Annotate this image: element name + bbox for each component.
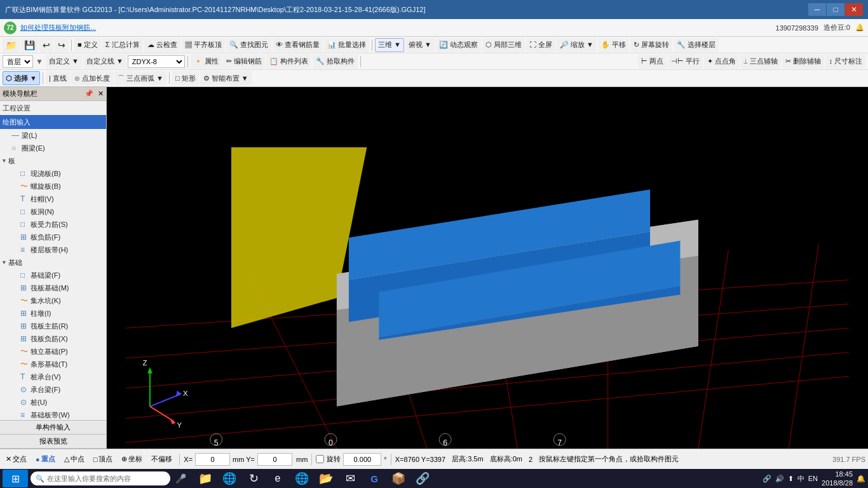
taskbar-app-explorer[interactable]: 📁 (194, 470, 217, 487)
taskbar-app-edge[interactable]: e (266, 470, 289, 487)
smart-layout-button[interactable]: ⚙ 智能布置 ▼ (200, 71, 252, 85)
component-list-button[interactable]: 📋 构件列表 (266, 55, 311, 69)
delete-axis-btn[interactable]: ✂ 删除辅轴 (782, 55, 824, 69)
tree-item-slab-rebar[interactable]: □ 板受力筋(S) (0, 218, 106, 231)
tree-item-slab-hole[interactable]: □ 板洞(N) (0, 205, 106, 218)
section-project-settings[interactable]: 工程设置 (0, 101, 106, 115)
batch-select-button[interactable]: 📊 批量选择 (324, 38, 369, 52)
three-point-axis-btn[interactable]: ⟂ 三点辅轴 (740, 55, 781, 69)
edit-rebar-button[interactable]: ✏ 编辑钢筋 (223, 55, 265, 69)
view-rebar-button[interactable]: 👁 查看钢筋量 (273, 38, 323, 52)
tree-item-col-cap[interactable]: T 柱帽(V) (0, 193, 106, 205)
tree-item-raft-main-rebar[interactable]: ⊞ 筏板主筋(R) (0, 320, 106, 332)
tree-item-slab-band[interactable]: ≡ 楼层板带(H) (0, 243, 106, 256)
3d-view-button[interactable]: 三维 ▼ (375, 38, 404, 52)
tree-item-isolated-foundation[interactable]: 〜 独立基础(P) (0, 345, 106, 358)
tree-item-pile[interactable]: ⊙ 桩(U) (0, 396, 106, 409)
parallel-btn[interactable]: ⊣⊢ 平行 (668, 55, 703, 69)
pan-button[interactable]: ✋ 平移 (598, 38, 629, 52)
mic-icon[interactable]: 🎤 (175, 473, 186, 484)
tree-item-sump[interactable]: 〜 集水坑(K) (0, 294, 106, 307)
arc-tool-button[interactable]: ⌒ 三点画弧 ▼ (114, 71, 166, 85)
taskbar-app-mail[interactable]: ✉ (339, 470, 362, 487)
tree-item-foundation-band[interactable]: ≡ 基础板带(W) (0, 409, 106, 420)
tree-item-raft-foundation[interactable]: ⊞ 筏板基础(M) (0, 281, 106, 294)
point-length-button[interactable]: ⊙ 点加长度 (71, 71, 113, 85)
maximize-button[interactable]: □ (827, 3, 844, 16)
rotate-screen-button[interactable]: ↻ 屏幕旋转 (630, 38, 672, 52)
tree-item-spiral-slab[interactable]: 〜 螺旋板(B) (0, 180, 106, 193)
bell-icon[interactable]: 🔔 (855, 24, 864, 32)
rotate-input[interactable] (343, 453, 381, 466)
x-input[interactable] (195, 453, 230, 466)
category-slab[interactable]: ▼ 板 (0, 154, 106, 167)
cloud-check-button[interactable]: ☁ 云检查 (144, 38, 180, 52)
panel-pin-icon[interactable]: 📌 (85, 90, 93, 97)
define-button[interactable]: ■ 定义 (74, 38, 101, 52)
floor-select[interactable]: 首层 二层 三层 (3, 55, 33, 68)
tree-item-col-pier[interactable]: ⊞ 柱墩(I) (0, 307, 106, 320)
taskbar-app-g[interactable]: G (363, 470, 386, 487)
tree-item-pile-cap[interactable]: T 桩承台(V) (0, 370, 106, 383)
zoom-button[interactable]: 🔎 缩放 ▼ (557, 38, 597, 52)
taskbar-up-icon[interactable]: ⬆ (788, 475, 794, 483)
select-floor-button[interactable]: 🔧 选择楼层 (674, 38, 719, 52)
taskbar-app-settings[interactable]: ↻ (242, 470, 265, 487)
line-code-select[interactable]: ZDYX-8 (128, 55, 185, 68)
single-component-input-btn[interactable]: 单构件输入 (0, 421, 106, 435)
top-view-button[interactable]: 俯视 ▼ (405, 38, 435, 52)
dynamic-view-button[interactable]: 🔄 动态观察 (436, 38, 481, 52)
tree-item-beam[interactable]: — 梁(L) (0, 129, 106, 142)
taskbar-app-files[interactable]: 📂 (315, 470, 337, 487)
no-offset-btn[interactable]: 不偏移 (148, 452, 175, 466)
taskbar-lang[interactable]: 中 (797, 474, 804, 484)
panel-close-icon[interactable]: ✕ (98, 90, 104, 97)
notif-message[interactable]: 如何处理筏板附加钢筋... (20, 23, 96, 32)
tree-item-slab-neg[interactable]: ⊞ 板负筋(F) (0, 231, 106, 243)
taskbar-app-browser[interactable]: 🌐 (218, 470, 241, 487)
taskbar-search[interactable]: 🔍 在这里输入你要搜索的内容 (31, 471, 170, 485)
custom-line-btn[interactable]: 自定义线 ▼ (83, 55, 126, 69)
snap-center-btn[interactable]: △ 中点 (61, 452, 88, 466)
snap-vertex-btn[interactable]: □ 顶点 (90, 452, 116, 466)
partial-3d-button[interactable]: ⬡ 局部三维 (482, 38, 525, 52)
custom-view-btn[interactable]: 自定义 ▼ (46, 55, 82, 69)
find-element-button[interactable]: 🔍 查找图元 (226, 38, 271, 52)
snap-coord-btn[interactable]: ⊕ 坐标 (118, 452, 146, 466)
point-angle-btn[interactable]: ✦ 点点角 (704, 55, 739, 69)
section-drawing-input[interactable]: 绘图输入 (0, 115, 106, 129)
taskbar-app-chrome[interactable]: 🌐 (290, 470, 313, 487)
report-preview-btn[interactable]: 报表预览 (0, 435, 106, 449)
start-button[interactable]: ⊞ (3, 470, 28, 487)
tree-item-strip-foundation[interactable]: 〜 条形基础(T) (0, 358, 106, 370)
dimension-btn[interactable]: ↕ 尺寸标注 (825, 55, 865, 69)
fullscreen-button[interactable]: ⛶ 全屏 (526, 38, 555, 52)
flatten-button[interactable]: ▦ 平齐板顶 (182, 38, 225, 52)
select-tool-button[interactable]: ⬡ 选择 ▼ (3, 71, 40, 85)
snap-midpoint-btn[interactable]: ● 重点 (32, 452, 58, 466)
taskbar-app-link[interactable]: 🔗 (411, 470, 434, 487)
undo-button[interactable]: ↩ (39, 38, 53, 52)
tree-item-foundation-beam[interactable]: □ 基础梁(F) (0, 269, 106, 281)
tree-item-ring-beam[interactable]: ○ 圈梁(E) (0, 142, 106, 154)
snap-intersection-btn[interactable]: ✕ 交点 (3, 452, 30, 466)
save-button[interactable]: 💾 (21, 38, 38, 52)
properties-button[interactable]: 🔸 属性 (191, 55, 222, 69)
close-button[interactable]: ✕ (845, 3, 863, 16)
tree-item-cap-beam[interactable]: ⊙ 承台梁(F) (0, 383, 106, 396)
line-tool-button[interactable]: | 直线 (46, 71, 70, 85)
taskbar-en[interactable]: EN (808, 475, 818, 482)
calc-button[interactable]: Σ 汇总计算 (102, 38, 143, 52)
minimize-button[interactable]: ─ (808, 3, 826, 16)
rotate-checkbox[interactable] (316, 455, 324, 463)
open-button[interactable]: 📁 (3, 38, 20, 52)
viewport[interactable]: X Y Z 5 0 6 7 (107, 87, 868, 449)
taskbar-notification-icon[interactable]: 🔔 (857, 475, 865, 483)
category-foundation[interactable]: ▼ 基础 (0, 256, 106, 269)
redo-button[interactable]: ↪ (55, 38, 69, 52)
two-point-axis-btn[interactable]: ⊢ 两点 (638, 55, 667, 69)
rect-tool-button[interactable]: □ 矩形 (172, 71, 199, 85)
tree-item-raft-neg-rebar[interactable]: ⊞ 筏板负筋(X) (0, 332, 106, 345)
y-input[interactable] (257, 453, 292, 466)
taskbar-app-package[interactable]: 📦 (387, 470, 410, 487)
